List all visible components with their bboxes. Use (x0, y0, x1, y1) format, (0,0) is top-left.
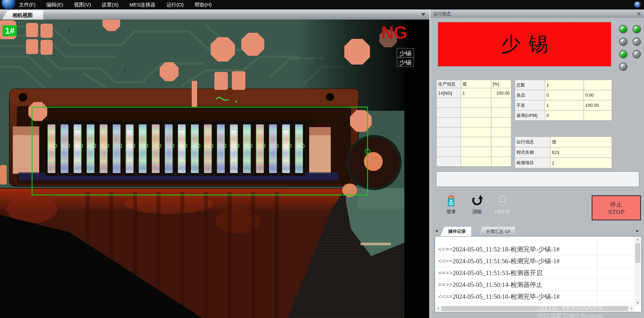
table-cell: 0 (545, 90, 584, 100)
table-cell (491, 147, 511, 157)
table-cell: 0.00 (584, 90, 612, 100)
table-cell (437, 108, 461, 118)
login-label: 登录 (440, 209, 462, 215)
status-result-box: 少锡 (438, 22, 611, 67)
login-button[interactable]: 登录 (440, 194, 462, 215)
connector-pin (267, 122, 279, 176)
connector-pin (293, 122, 305, 176)
table-row (437, 98, 511, 108)
clear-label: 清除 (466, 209, 488, 215)
pcb-pad-octagon (160, 62, 179, 81)
menu-run[interactable]: 运行(O) (166, 2, 184, 8)
table-cell (461, 98, 491, 108)
tab-classification-summary[interactable]: 分类汇总-1# (478, 227, 515, 236)
table-row: 程式名称523 (515, 147, 612, 158)
clear-button[interactable]: 清除 (466, 194, 488, 215)
scroll-left-icon[interactable]: ‹ (435, 305, 441, 312)
table-cell (437, 118, 461, 127)
chevron-down-icon[interactable] (421, 13, 425, 16)
menu-help[interactable]: 帮助(H) (194, 2, 212, 8)
table-row: 总数1 (515, 80, 612, 90)
table-cell: 检测项目 (515, 158, 551, 168)
panel-title: 运行状态 (433, 11, 451, 16)
column-header: 值 (461, 80, 491, 88)
camera-viewport[interactable]: 1# NG 少锡 少锡 (0, 20, 429, 318)
table-row (437, 127, 511, 137)
connector-pin (97, 122, 109, 176)
status-led-grid (619, 25, 643, 82)
connector-pin (84, 122, 97, 176)
table-row (437, 118, 511, 127)
lightbulb-icon (496, 194, 509, 207)
table-cell (437, 137, 461, 147)
table-row: 良品00.00 (515, 90, 612, 100)
column-header: 运行信息 (515, 137, 551, 147)
help-icon[interactable]: ? (634, 1, 641, 8)
pcb-pad-rect (26, 39, 38, 54)
badge-icon (445, 194, 458, 207)
table-header-row: 运行信息 值 (515, 137, 612, 147)
scroll-up-icon[interactable]: ∧ (635, 237, 641, 242)
refresh-icon (471, 194, 483, 207)
pcb-pad-octagon (211, 37, 235, 62)
table-cell: 程式名称 (515, 147, 551, 158)
table-cell (461, 157, 491, 167)
led-light-button[interactable]: LED 灯 (491, 194, 514, 215)
table-cell: 1#[NG] (437, 88, 461, 98)
vertical-scrollbar[interactable]: ∧ ∨ (635, 237, 641, 305)
log-entry[interactable]: <<==2024-05-05_11:51:56-检测完毕-少锡-1# (435, 255, 634, 267)
menu-file[interactable]: 文件(F) (19, 2, 35, 8)
tab-operation-log[interactable]: 操作记录 (440, 227, 471, 236)
scrollbar-thumb[interactable] (635, 243, 640, 263)
screw-hole (18, 93, 28, 102)
status-led-off (633, 38, 641, 46)
pcb-pad-rect (214, 72, 228, 90)
horizontal-scrollbar[interactable]: ‹ › (435, 305, 634, 312)
close-icon[interactable]: ✕ (637, 10, 641, 18)
log-entry[interactable]: <<==2024-05-05_11:52:18-检测完毕-少锡-1# (435, 244, 634, 255)
pcb-pad-octagon (28, 102, 47, 121)
table-cell (584, 111, 612, 121)
table-cell: 0 (545, 111, 584, 121)
table-cell: 速率[UPM] (515, 111, 545, 121)
stop-button[interactable]: 停止 STOP (592, 195, 641, 220)
scroll-down-icon[interactable]: ∨ (635, 300, 641, 305)
log-entry[interactable]: <<==2024-05-05_11:50:10-检测完毕-少锡-1# (435, 291, 634, 303)
column-header: [%] (491, 80, 511, 88)
table-cell (437, 98, 461, 108)
table-cell (491, 157, 511, 167)
table-row (437, 137, 511, 147)
tab-camera-view[interactable]: 相机视图 (2, 10, 43, 20)
table-cell: 不良 (515, 100, 545, 111)
connector-pin (280, 122, 292, 176)
scroll-right-icon[interactable]: › (628, 305, 634, 312)
menu-settings[interactable]: 设置(S) (102, 2, 118, 8)
table-cell: 1 (545, 100, 584, 111)
log-entry[interactable]: ==>>2024-05-05_11:50:14-检测器停止 (435, 279, 634, 291)
menu-edit[interactable]: 编辑(E) (46, 2, 63, 8)
menu-mes-connector[interactable]: MES连接器 (129, 2, 156, 8)
log-entry[interactable]: ==>>2024-05-05_11:51:53-检测器开启 (435, 267, 634, 279)
table-cell (491, 118, 511, 127)
table-cell: 总数 (515, 80, 545, 90)
connector-pin (150, 122, 162, 176)
connector-pin (241, 122, 253, 176)
connector-pin (124, 122, 136, 176)
log-tab-strip: ◄ 操作记录 分类汇总-1# ► (431, 226, 644, 236)
connector-pin (254, 122, 266, 176)
windows-activation-watermark: 激活 Windows (538, 299, 602, 313)
screw-hole (326, 93, 334, 101)
menu-view[interactable]: 视图(V) (74, 2, 91, 8)
panel-title-bar: 运行状态 ✕ (431, 10, 644, 18)
production-table: 生产信息 值 [%] 1#[NG]1100.00 (436, 80, 511, 167)
pcb-pad-octagon (241, 33, 264, 56)
defect-label: 少锡 (399, 59, 411, 66)
status-led-off (619, 38, 627, 46)
table-cell (491, 127, 511, 137)
connector-pin (227, 122, 240, 176)
tab-scroll-left-icon[interactable]: ◄ (434, 228, 438, 233)
table-cell (461, 118, 491, 127)
tab-scroll-right-icon[interactable]: ► (636, 228, 640, 233)
log-list[interactable]: <<==2024-05-05_11:52:18-检测完毕-少锡-1#<<==20… (435, 237, 634, 305)
table-cell (461, 147, 491, 157)
